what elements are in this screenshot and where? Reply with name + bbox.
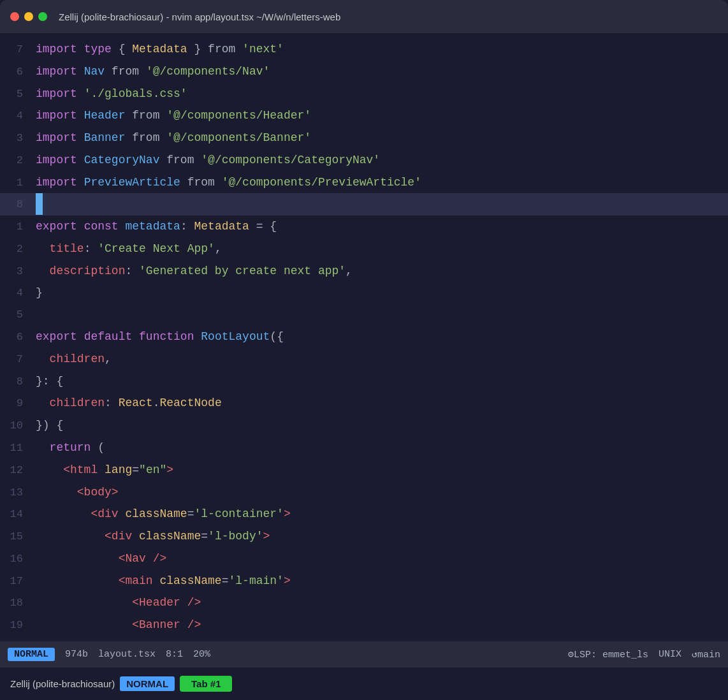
token-plain [132, 530, 139, 543]
token-plain [139, 65, 146, 78]
token-plain [36, 530, 105, 543]
token-tag: > [166, 463, 173, 476]
code-line: 1export const metadata: Metadata = { [0, 215, 728, 238]
token-tag: > [263, 530, 270, 543]
token-kw-export: export [36, 330, 77, 343]
token-kw-type: type [84, 43, 112, 55]
window: Zellij (polite-brachiosaur) - nvim app/l… [0, 0, 728, 700]
scroll-percent: 20% [193, 649, 210, 660]
token-plain [36, 463, 63, 476]
token-plain [36, 353, 50, 365]
token-tag: <Header /> [132, 596, 201, 609]
code-line: 9 children: React.ReactNode [0, 392, 728, 414]
token-str-val: 'Create Next App' [98, 242, 215, 255]
token-id-react: React [119, 397, 153, 409]
line-number: 13 [0, 482, 33, 504]
token-plain [159, 131, 166, 144]
token-id-banner: Banner [84, 131, 126, 144]
line-number: 6 [0, 61, 33, 83]
close-button[interactable] [10, 12, 19, 21]
line-content: import './globals.css' [33, 83, 728, 105]
code-line: 14 <div className='l-container'> [0, 503, 728, 525]
line-content: export const metadata: Metadata = { [33, 215, 728, 237]
code-line: 2 title: 'Create Next App', [0, 238, 728, 260]
token-plain: { [112, 43, 132, 55]
code-line: 5import './globals.css' [0, 83, 728, 105]
statusbar: NORMAL 974b layout.tsx 8:1 20% ⚙LSP: emm… [0, 641, 728, 667]
line-content [33, 193, 728, 215]
line-number: 8 [0, 194, 33, 215]
line-number: 5 [0, 304, 33, 326]
code-line: 1import PreviewArticle from '@/component… [0, 171, 728, 194]
token-tag: <div [105, 530, 132, 543]
line-number: 3 [0, 128, 33, 149]
token-plain [36, 265, 50, 277]
line-number: 18 [0, 592, 33, 614]
token-kw-export: export [36, 220, 77, 233]
token-plain [125, 131, 132, 144]
line-number: 11 [0, 437, 33, 459]
token-plain: , [105, 353, 112, 365]
line-number: 10 [0, 415, 33, 437]
line-number: 12 [0, 460, 33, 481]
tab-1[interactable]: Tab #1 [180, 676, 232, 692]
window-title: Zellij (polite-brachiosaur) - nvim app/l… [59, 11, 340, 22]
token-attr-val: 'l-main' [228, 574, 283, 587]
token-prop-desc: description [50, 265, 126, 277]
line-content: children, [33, 348, 728, 370]
token-kw-import: import [36, 176, 77, 189]
token-str-path: '@/components/Header' [166, 109, 311, 122]
line-content: export default function RootLayout({ [33, 326, 728, 347]
token-plain [36, 242, 50, 255]
token-id-previewarticle: PreviewArticle [84, 176, 180, 189]
minimize-button[interactable] [24, 12, 33, 21]
line-content: import PreviewArticle from '@/components… [33, 171, 728, 193]
token-plain: } [187, 43, 208, 55]
token-plain [125, 109, 132, 122]
token-plain: : [105, 397, 119, 409]
line-content: <body> [33, 481, 728, 503]
line-number: 1 [0, 172, 33, 194]
token-kw-import: import [36, 43, 77, 55]
code-line: 4import Header from '@/components/Header… [0, 105, 728, 127]
token-plain [98, 463, 105, 476]
token-plain [215, 176, 222, 189]
line-number: 7 [0, 39, 33, 61]
code-line: 8}: { [0, 370, 728, 393]
token-id-reactnode: ReactNode [159, 397, 221, 409]
line-number: 17 [0, 571, 33, 592]
code-editor[interactable]: 7import type { Metadata } from 'next'6im… [0, 33, 728, 641]
code-line: 4} [0, 282, 728, 304]
token-plain [36, 441, 50, 454]
line-number: 3 [0, 261, 33, 282]
token-str-globals: './globals.css' [84, 87, 187, 100]
fullscreen-button[interactable] [38, 12, 47, 21]
token-plain [36, 486, 77, 499]
token-prop-title: title [50, 242, 84, 255]
code-line: 6export default function RootLayout({ [0, 326, 728, 348]
traffic-lights [10, 12, 47, 21]
code-line: 15 <div className='l-body'> [0, 525, 728, 548]
line-number: 6 [0, 326, 33, 348]
code-line: 18 <Header /> [0, 592, 728, 614]
token-kw-const: const [84, 220, 119, 233]
code-line: 3 description: 'Generated by create next… [0, 260, 728, 282]
token-attr-name: lang [105, 463, 132, 476]
token-plain [159, 109, 166, 122]
line-number: 4 [0, 282, 33, 304]
code-line: 11 return ( [0, 437, 728, 459]
mode-indicator: NORMAL [8, 648, 55, 661]
status-right: ⚙LSP: emmet_ls UNIX ↺main [568, 648, 720, 660]
token-str-path: '@/components/Nav' [146, 65, 270, 78]
token-kw-import: import [36, 65, 77, 78]
file-format: UNIX [659, 649, 681, 660]
line-content: import type { Metadata } from 'next' [33, 38, 728, 60]
token-tag: > [284, 574, 291, 587]
line-content: import CategoryNav from '@/components/Ca… [33, 149, 728, 171]
token-plain: , [215, 242, 222, 255]
token-id-metadata-type: Metadata [132, 43, 187, 55]
token-kw-import: import [36, 87, 77, 100]
token-kw-default: default [84, 330, 133, 343]
token-plain [235, 43, 242, 55]
token-kw-return: return [50, 441, 91, 454]
